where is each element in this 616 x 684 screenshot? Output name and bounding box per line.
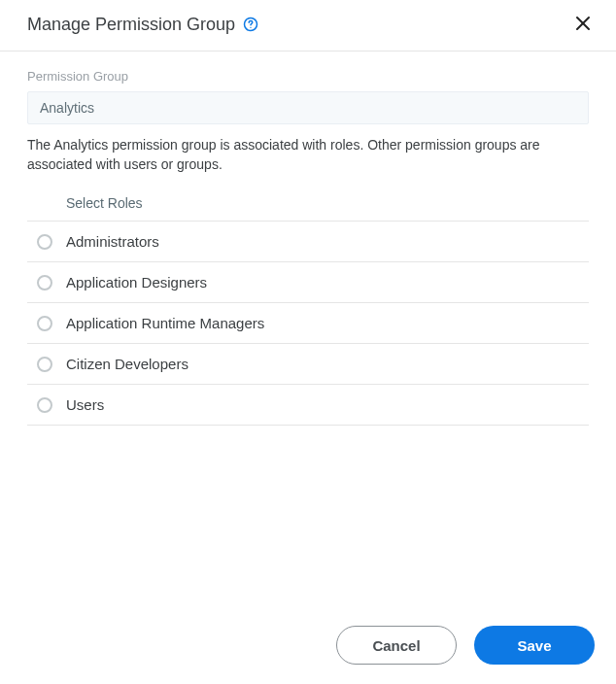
role-label: Citizen Developers xyxy=(66,356,188,372)
help-icon[interactable] xyxy=(243,17,258,32)
role-label: Administrators xyxy=(66,233,159,250)
modal-header: Manage Permission Group xyxy=(0,0,616,51)
role-list: Administrators Application Designers App… xyxy=(27,221,589,426)
radio-icon xyxy=(37,275,52,291)
role-label: Users xyxy=(66,396,104,413)
role-label: Application Runtime Managers xyxy=(66,315,264,331)
radio-icon xyxy=(37,234,52,250)
permission-group-input[interactable] xyxy=(27,91,589,124)
role-item-application-runtime-managers[interactable]: Application Runtime Managers xyxy=(27,303,589,344)
radio-icon xyxy=(37,357,52,372)
close-icon xyxy=(575,12,591,36)
permission-group-label: Permission Group xyxy=(27,69,589,84)
permission-group-description: The Analytics permission group is associ… xyxy=(27,136,589,174)
role-item-application-designers[interactable]: Application Designers xyxy=(27,262,589,303)
modal-footer: Cancel Save xyxy=(0,608,616,684)
radio-icon xyxy=(37,397,52,413)
svg-point-1 xyxy=(251,27,252,28)
modal-body: Permission Group The Analytics permissio… xyxy=(0,51,616,608)
close-button[interactable] xyxy=(571,10,595,39)
modal-title: Manage Permission Group xyxy=(27,15,235,35)
role-item-citizen-developers[interactable]: Citizen Developers xyxy=(27,344,589,385)
save-button[interactable]: Save xyxy=(474,626,595,665)
role-item-users[interactable]: Users xyxy=(27,385,589,426)
modal-title-row: Manage Permission Group xyxy=(27,15,258,35)
role-item-administrators[interactable]: Administrators xyxy=(27,222,589,262)
role-label: Application Designers xyxy=(66,274,207,291)
select-roles-label: Select Roles xyxy=(27,195,589,211)
radio-icon xyxy=(37,316,52,331)
cancel-button[interactable]: Cancel xyxy=(336,626,457,665)
